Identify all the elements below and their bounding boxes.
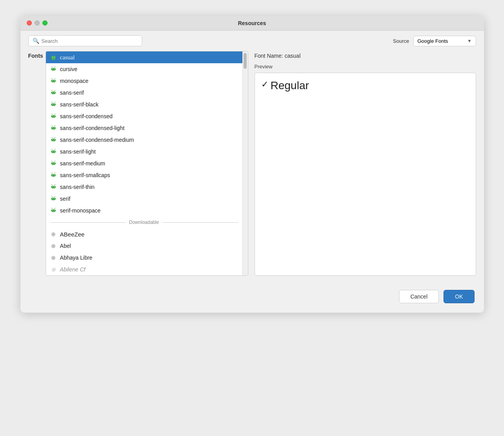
font-name-sans-serif-smallcaps: sans-serif-smallcaps bbox=[60, 172, 110, 178]
svg-rect-29 bbox=[55, 92, 56, 93]
svg-point-45 bbox=[52, 127, 53, 128]
font-item-sans-serif-medium[interactable]: sans-serif-medium bbox=[46, 158, 242, 169]
svg-rect-28 bbox=[51, 92, 52, 93]
svg-point-66 bbox=[52, 163, 53, 163]
font-item-sans-serif-smallcaps[interactable]: sans-serif-smallcaps bbox=[46, 169, 242, 181]
font-item-abel[interactable]: ⊕ Abel bbox=[46, 240, 242, 252]
android-icon bbox=[50, 113, 57, 120]
font-item-sans-serif-condensed-medium[interactable]: sans-serif-condensed-medium bbox=[46, 134, 242, 146]
preview-regular: ✓ Regular bbox=[261, 79, 469, 92]
font-item-sans-serif-black[interactable]: sans-serif-black bbox=[46, 99, 242, 110]
svg-line-26 bbox=[51, 90, 52, 91]
svg-line-69 bbox=[55, 161, 55, 162]
svg-rect-14 bbox=[51, 68, 52, 70]
fonts-list-container: casual cursive bbox=[46, 51, 248, 276]
ok-button[interactable]: OK bbox=[444, 290, 474, 303]
svg-rect-91 bbox=[51, 198, 52, 200]
toolbar: 🔍 Source Google Fonts ▼ bbox=[20, 31, 484, 51]
font-item-abeezee[interactable]: ⊕ ABeeZee bbox=[46, 228, 242, 240]
svg-point-32 bbox=[54, 104, 55, 104]
svg-point-39 bbox=[54, 115, 55, 116]
search-icon: 🔍 bbox=[33, 38, 39, 44]
svg-point-73 bbox=[52, 174, 53, 175]
svg-rect-2 bbox=[51, 56, 55, 59]
svg-rect-51 bbox=[51, 139, 55, 141]
font-item-sans-serif-light[interactable]: sans-serif-light bbox=[46, 146, 242, 158]
font-name-display: Font Name: casual bbox=[255, 51, 476, 59]
svg-line-96 bbox=[51, 208, 52, 209]
close-button[interactable] bbox=[27, 20, 32, 26]
android-icon bbox=[50, 195, 57, 202]
search-box[interactable]: 🔍 bbox=[28, 35, 142, 46]
source-dropdown[interactable]: Google Fonts ▼ bbox=[413, 36, 476, 46]
svg-line-54 bbox=[51, 137, 52, 138]
font-name-sans-serif-condensed-light: sans-serif-condensed-light bbox=[60, 125, 125, 131]
svg-point-17 bbox=[52, 80, 53, 81]
maximize-button[interactable] bbox=[42, 20, 48, 26]
font-item-abilene-cf[interactable]: ⊕ Abilene Cf bbox=[46, 264, 242, 275]
source-row: Source Google Fonts ▼ bbox=[393, 36, 476, 46]
svg-line-20 bbox=[55, 79, 55, 79]
font-item-sans-serif[interactable]: sans-serif bbox=[46, 87, 242, 99]
svg-rect-63 bbox=[51, 151, 52, 152]
window-title: Resources bbox=[238, 20, 266, 26]
fonts-list: casual cursive bbox=[46, 51, 242, 275]
main-content: Fonts bbox=[20, 51, 484, 284]
font-item-serif[interactable]: serif bbox=[46, 193, 242, 205]
font-name-serif: serif bbox=[60, 196, 70, 202]
svg-rect-15 bbox=[55, 68, 56, 70]
font-item-casual[interactable]: casual bbox=[46, 51, 242, 63]
svg-line-61 bbox=[51, 149, 52, 150]
svg-point-52 bbox=[52, 139, 53, 140]
fonts-label: Fonts bbox=[28, 51, 43, 276]
font-name-prefix: Font Name: bbox=[255, 53, 285, 59]
svg-point-88 bbox=[54, 198, 55, 199]
svg-line-68 bbox=[51, 161, 52, 162]
font-item-monospace[interactable]: monospace bbox=[46, 75, 242, 87]
font-name-abilene-cf: Abilene Cf bbox=[60, 266, 86, 273]
svg-line-12 bbox=[51, 67, 52, 68]
chevron-down-icon: ▼ bbox=[467, 38, 472, 43]
svg-line-33 bbox=[51, 102, 52, 103]
svg-rect-42 bbox=[51, 115, 52, 117]
svg-point-24 bbox=[52, 92, 53, 93]
svg-rect-36 bbox=[55, 104, 56, 105]
font-name-sans-serif-condensed-medium: sans-serif-condensed-medium bbox=[60, 137, 134, 143]
svg-rect-64 bbox=[55, 151, 56, 152]
font-item-sans-serif-condensed[interactable]: sans-serif-condensed bbox=[46, 110, 242, 122]
svg-rect-79 bbox=[51, 186, 55, 189]
cancel-button[interactable]: Cancel bbox=[399, 290, 439, 303]
android-icon bbox=[50, 172, 57, 179]
font-item-cursive[interactable]: cursive bbox=[46, 63, 242, 75]
scrollbar-thumb[interactable] bbox=[244, 53, 247, 69]
svg-point-46 bbox=[54, 127, 55, 128]
svg-line-89 bbox=[51, 196, 52, 197]
android-icon bbox=[50, 125, 57, 132]
android-icon bbox=[50, 101, 57, 108]
search-input[interactable] bbox=[42, 38, 138, 44]
font-item-abhaya-libre[interactable]: ⊕ Abhaya Libre bbox=[46, 252, 242, 264]
svg-rect-58 bbox=[51, 150, 55, 153]
svg-rect-85 bbox=[55, 186, 56, 188]
section-divider-label: Downloadable bbox=[129, 220, 159, 225]
svg-point-94 bbox=[52, 210, 53, 211]
svg-rect-23 bbox=[51, 92, 55, 94]
font-item-serif-monospace[interactable]: serif-monospace bbox=[46, 205, 242, 216]
font-name-sans-serif-thin: sans-serif-thin bbox=[60, 184, 95, 190]
title-bar: Resources bbox=[20, 16, 484, 31]
svg-rect-35 bbox=[51, 104, 52, 105]
font-item-sans-serif-condensed-light[interactable]: sans-serif-condensed-light bbox=[46, 122, 242, 134]
svg-line-76 bbox=[55, 173, 55, 174]
svg-line-90 bbox=[55, 196, 55, 197]
svg-point-25 bbox=[54, 92, 55, 93]
scrollbar-track[interactable] bbox=[242, 51, 248, 275]
minimize-button[interactable] bbox=[35, 20, 40, 26]
font-item-sans-serif-thin[interactable]: sans-serif-thin bbox=[46, 181, 242, 193]
android-icon bbox=[50, 136, 57, 143]
svg-line-47 bbox=[51, 126, 52, 126]
svg-rect-71 bbox=[55, 163, 56, 164]
svg-rect-50 bbox=[55, 127, 56, 129]
fonts-panel: Fonts bbox=[28, 51, 248, 276]
svg-rect-93 bbox=[51, 209, 55, 212]
svg-line-82 bbox=[51, 185, 52, 185]
